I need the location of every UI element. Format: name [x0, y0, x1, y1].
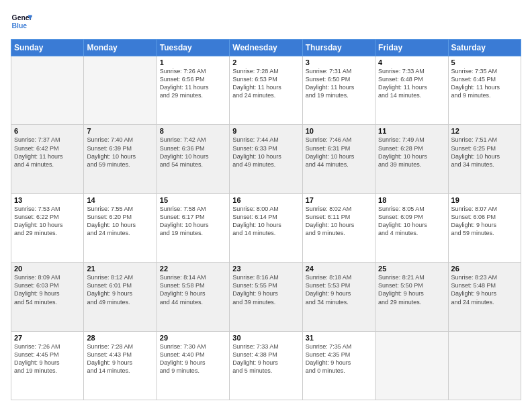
- day-number: 26: [451, 265, 518, 273]
- calendar-week-row: 1Sunrise: 7:26 AM Sunset: 6:56 PM Daylig…: [11, 56, 521, 125]
- calendar-week-row: 20Sunrise: 8:09 AM Sunset: 6:03 PM Dayli…: [11, 263, 521, 331]
- day-info: Sunrise: 7:26 AM Sunset: 4:45 PM Dayligh…: [14, 342, 81, 375]
- day-info: Sunrise: 8:00 AM Sunset: 6:14 PM Dayligh…: [232, 205, 299, 238]
- calendar-day-cell: 29Sunrise: 7:30 AM Sunset: 4:40 PM Dayli…: [157, 331, 229, 400]
- weekday-header: Monday: [84, 40, 157, 56]
- calendar-week-row: 13Sunrise: 7:53 AM Sunset: 6:22 PM Dayli…: [11, 193, 521, 262]
- calendar-day-cell: 17Sunrise: 8:02 AM Sunset: 6:11 PM Dayli…: [302, 193, 375, 262]
- day-info: Sunrise: 7:33 AM Sunset: 6:48 PM Dayligh…: [378, 67, 445, 100]
- day-number: 28: [87, 334, 153, 342]
- day-info: Sunrise: 7:28 AM Sunset: 4:43 PM Dayligh…: [87, 342, 153, 375]
- day-info: Sunrise: 8:05 AM Sunset: 6:09 PM Dayligh…: [378, 205, 445, 238]
- calendar-day-cell: 26Sunrise: 8:23 AM Sunset: 5:48 PM Dayli…: [448, 263, 521, 331]
- weekday-header: Friday: [375, 40, 448, 56]
- calendar-day-cell: 3Sunrise: 7:31 AM Sunset: 6:50 PM Daylig…: [302, 56, 375, 125]
- day-number: 31: [306, 334, 372, 342]
- day-info: Sunrise: 8:23 AM Sunset: 5:48 PM Dayligh…: [451, 273, 518, 306]
- calendar-day-cell: [84, 56, 157, 125]
- calendar-day-cell: 23Sunrise: 8:16 AM Sunset: 5:55 PM Dayli…: [230, 263, 302, 331]
- day-info: Sunrise: 7:51 AM Sunset: 6:25 PM Dayligh…: [451, 136, 518, 169]
- day-number: 18: [378, 196, 445, 204]
- calendar-day-cell: 7Sunrise: 7:40 AM Sunset: 6:39 PM Daylig…: [84, 125, 157, 193]
- day-number: 5: [451, 58, 518, 66]
- day-info: Sunrise: 7:35 AM Sunset: 6:45 PM Dayligh…: [451, 67, 518, 100]
- day-number: 21: [87, 265, 153, 273]
- weekday-header: Tuesday: [157, 40, 229, 56]
- calendar-day-cell: 16Sunrise: 8:00 AM Sunset: 6:14 PM Dayli…: [230, 193, 302, 262]
- logo-icon: General Blue: [11, 11, 32, 32]
- day-info: Sunrise: 7:30 AM Sunset: 4:40 PM Dayligh…: [160, 342, 226, 375]
- calendar-day-cell: 2Sunrise: 7:28 AM Sunset: 6:53 PM Daylig…: [230, 56, 302, 125]
- calendar-day-cell: 1Sunrise: 7:26 AM Sunset: 6:56 PM Daylig…: [157, 56, 229, 125]
- day-info: Sunrise: 7:40 AM Sunset: 6:39 PM Dayligh…: [87, 136, 153, 169]
- calendar-day-cell: 31Sunrise: 7:35 AM Sunset: 4:35 PM Dayli…: [302, 331, 375, 400]
- day-info: Sunrise: 8:07 AM Sunset: 6:06 PM Dayligh…: [451, 205, 518, 238]
- calendar-day-cell: [11, 56, 84, 125]
- day-number: 20: [14, 265, 81, 273]
- day-info: Sunrise: 8:02 AM Sunset: 6:11 PM Dayligh…: [306, 205, 372, 238]
- calendar-day-cell: [448, 331, 521, 400]
- logo: General Blue: [11, 11, 35, 32]
- day-number: 8: [160, 127, 226, 135]
- day-number: 19: [451, 196, 518, 204]
- day-number: 10: [306, 127, 372, 135]
- day-info: Sunrise: 7:49 AM Sunset: 6:28 PM Dayligh…: [378, 136, 445, 169]
- weekday-header: Thursday: [302, 40, 375, 56]
- weekday-header: Wednesday: [230, 40, 302, 56]
- weekday-header: Saturday: [448, 40, 521, 56]
- calendar-day-cell: 6Sunrise: 7:37 AM Sunset: 6:42 PM Daylig…: [11, 125, 84, 193]
- day-number: 17: [306, 196, 372, 204]
- day-number: 30: [232, 334, 299, 342]
- calendar-day-cell: 28Sunrise: 7:28 AM Sunset: 4:43 PM Dayli…: [84, 331, 157, 400]
- day-number: 16: [232, 196, 299, 204]
- calendar-day-cell: [375, 331, 448, 400]
- day-info: Sunrise: 8:21 AM Sunset: 5:50 PM Dayligh…: [378, 273, 445, 306]
- calendar-day-cell: 27Sunrise: 7:26 AM Sunset: 4:45 PM Dayli…: [11, 331, 84, 400]
- day-info: Sunrise: 7:42 AM Sunset: 6:36 PM Dayligh…: [160, 136, 226, 169]
- day-info: Sunrise: 7:53 AM Sunset: 6:22 PM Dayligh…: [14, 205, 81, 238]
- day-number: 25: [378, 265, 445, 273]
- day-info: Sunrise: 7:35 AM Sunset: 4:35 PM Dayligh…: [306, 342, 372, 375]
- day-info: Sunrise: 7:46 AM Sunset: 6:31 PM Dayligh…: [306, 136, 372, 169]
- day-info: Sunrise: 7:44 AM Sunset: 6:33 PM Dayligh…: [232, 136, 299, 169]
- day-number: 3: [306, 58, 372, 66]
- day-info: Sunrise: 7:28 AM Sunset: 6:53 PM Dayligh…: [232, 67, 299, 100]
- day-number: 4: [378, 58, 445, 66]
- calendar-day-cell: 14Sunrise: 7:55 AM Sunset: 6:20 PM Dayli…: [84, 193, 157, 262]
- day-number: 11: [378, 127, 445, 135]
- day-number: 13: [14, 196, 81, 204]
- svg-text:Blue: Blue: [12, 22, 28, 30]
- day-number: 2: [232, 58, 299, 66]
- calendar-day-cell: 4Sunrise: 7:33 AM Sunset: 6:48 PM Daylig…: [375, 56, 448, 125]
- calendar-day-cell: 9Sunrise: 7:44 AM Sunset: 6:33 PM Daylig…: [230, 125, 302, 193]
- day-info: Sunrise: 7:58 AM Sunset: 6:17 PM Dayligh…: [160, 205, 226, 238]
- calendar-day-cell: 21Sunrise: 8:12 AM Sunset: 6:01 PM Dayli…: [84, 263, 157, 331]
- calendar-day-cell: 13Sunrise: 7:53 AM Sunset: 6:22 PM Dayli…: [11, 193, 84, 262]
- day-info: Sunrise: 8:18 AM Sunset: 5:53 PM Dayligh…: [306, 273, 372, 306]
- day-info: Sunrise: 7:31 AM Sunset: 6:50 PM Dayligh…: [306, 67, 372, 100]
- day-number: 22: [160, 265, 226, 273]
- calendar-day-cell: 5Sunrise: 7:35 AM Sunset: 6:45 PM Daylig…: [448, 56, 521, 125]
- day-info: Sunrise: 8:16 AM Sunset: 5:55 PM Dayligh…: [232, 273, 299, 306]
- day-info: Sunrise: 7:55 AM Sunset: 6:20 PM Dayligh…: [87, 205, 153, 238]
- day-number: 12: [451, 127, 518, 135]
- day-number: 9: [232, 127, 299, 135]
- weekday-header: Sunday: [11, 40, 84, 56]
- header: General Blue: [11, 11, 521, 32]
- day-number: 7: [87, 127, 153, 135]
- day-number: 23: [232, 265, 299, 273]
- calendar-header-row: SundayMondayTuesdayWednesdayThursdayFrid…: [11, 40, 521, 56]
- calendar-day-cell: 15Sunrise: 7:58 AM Sunset: 6:17 PM Dayli…: [157, 193, 229, 262]
- calendar-day-cell: 22Sunrise: 8:14 AM Sunset: 5:58 PM Dayli…: [157, 263, 229, 331]
- calendar-day-cell: 11Sunrise: 7:49 AM Sunset: 6:28 PM Dayli…: [375, 125, 448, 193]
- day-info: Sunrise: 8:09 AM Sunset: 6:03 PM Dayligh…: [14, 273, 81, 306]
- day-info: Sunrise: 8:12 AM Sunset: 6:01 PM Dayligh…: [87, 273, 153, 306]
- calendar-day-cell: 25Sunrise: 8:21 AM Sunset: 5:50 PM Dayli…: [375, 263, 448, 331]
- calendar-day-cell: 30Sunrise: 7:33 AM Sunset: 4:38 PM Dayli…: [230, 331, 302, 400]
- day-number: 27: [14, 334, 81, 342]
- calendar-day-cell: 20Sunrise: 8:09 AM Sunset: 6:03 PM Dayli…: [11, 263, 84, 331]
- calendar-week-row: 6Sunrise: 7:37 AM Sunset: 6:42 PM Daylig…: [11, 125, 521, 193]
- calendar-day-cell: 24Sunrise: 8:18 AM Sunset: 5:53 PM Dayli…: [302, 263, 375, 331]
- calendar-day-cell: 12Sunrise: 7:51 AM Sunset: 6:25 PM Dayli…: [448, 125, 521, 193]
- day-info: Sunrise: 7:26 AM Sunset: 6:56 PM Dayligh…: [160, 67, 226, 100]
